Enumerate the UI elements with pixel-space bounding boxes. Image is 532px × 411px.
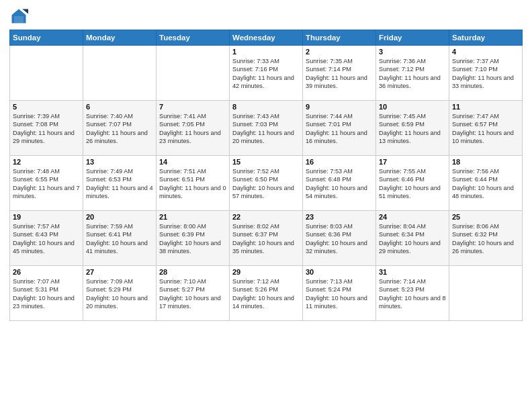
- day-number: 12: [13, 158, 80, 166]
- day-number: 21: [159, 213, 226, 221]
- calendar-cell: 2Sunrise: 7:35 AM Sunset: 7:14 PM Daylig…: [303, 46, 376, 101]
- day-number: 10: [379, 103, 446, 111]
- calendar-table: SundayMondayTuesdayWednesdayThursdayFrid…: [9, 30, 523, 321]
- day-info: Sunrise: 7:09 AM Sunset: 5:29 PM Dayligh…: [86, 277, 153, 311]
- calendar-cell: 30Sunrise: 7:13 AM Sunset: 5:24 PM Dayli…: [303, 266, 376, 321]
- page-container: SundayMondayTuesdayWednesdayThursdayFrid…: [0, 0, 532, 411]
- day-info: Sunrise: 7:10 AM Sunset: 5:27 PM Dayligh…: [159, 277, 226, 311]
- calendar-cell: 5Sunrise: 7:39 AM Sunset: 7:08 PM Daylig…: [10, 101, 83, 156]
- day-info: Sunrise: 7:33 AM Sunset: 7:16 PM Dayligh…: [232, 57, 300, 91]
- calendar-cell: [83, 46, 157, 101]
- day-number: 5: [13, 103, 80, 111]
- day-info: Sunrise: 7:43 AM Sunset: 7:03 PM Dayligh…: [232, 112, 300, 146]
- day-info: Sunrise: 7:37 AM Sunset: 7:10 PM Dayligh…: [452, 57, 519, 91]
- day-number: 17: [379, 158, 446, 166]
- calendar-week-3: 12Sunrise: 7:48 AM Sunset: 6:55 PM Dayli…: [10, 156, 523, 211]
- day-number: 11: [452, 103, 519, 111]
- calendar-cell: 9Sunrise: 7:44 AM Sunset: 7:01 PM Daylig…: [303, 101, 376, 156]
- day-number: 19: [13, 213, 80, 221]
- calendar-week-5: 26Sunrise: 7:07 AM Sunset: 5:31 PM Dayli…: [10, 266, 523, 321]
- day-number: 8: [232, 103, 300, 111]
- weekday-header-wednesday: Wednesday: [230, 30, 303, 46]
- day-number: 30: [306, 268, 373, 276]
- header: [9, 7, 523, 26]
- day-info: Sunrise: 7:40 AM Sunset: 7:07 PM Dayligh…: [86, 112, 153, 146]
- calendar-cell: 6Sunrise: 7:40 AM Sunset: 7:07 PM Daylig…: [83, 101, 157, 156]
- day-number: 1: [232, 48, 300, 56]
- weekday-header-row: SundayMondayTuesdayWednesdayThursdayFrid…: [10, 30, 523, 46]
- calendar-cell: 19Sunrise: 7:57 AM Sunset: 6:43 PM Dayli…: [10, 211, 83, 266]
- calendar-cell: 13Sunrise: 7:49 AM Sunset: 6:53 PM Dayli…: [83, 156, 157, 211]
- day-number: 4: [452, 48, 519, 56]
- day-number: 13: [86, 158, 153, 166]
- calendar-cell: [157, 46, 230, 101]
- day-number: 25: [452, 213, 519, 221]
- weekday-header-saturday: Saturday: [449, 30, 523, 46]
- calendar-cell: 29Sunrise: 7:12 AM Sunset: 5:26 PM Dayli…: [230, 266, 303, 321]
- day-number: 14: [159, 158, 226, 166]
- day-info: Sunrise: 7:13 AM Sunset: 5:24 PM Dayligh…: [306, 277, 373, 311]
- day-info: Sunrise: 8:04 AM Sunset: 6:34 PM Dayligh…: [379, 222, 446, 256]
- day-info: Sunrise: 7:41 AM Sunset: 7:05 PM Dayligh…: [159, 112, 226, 146]
- day-info: Sunrise: 8:00 AM Sunset: 6:39 PM Dayligh…: [159, 222, 226, 256]
- day-info: Sunrise: 7:45 AM Sunset: 6:59 PM Dayligh…: [379, 112, 446, 146]
- weekday-header-thursday: Thursday: [303, 30, 376, 46]
- calendar-cell: 26Sunrise: 7:07 AM Sunset: 5:31 PM Dayli…: [10, 266, 83, 321]
- day-number: 7: [159, 103, 226, 111]
- calendar-cell: 20Sunrise: 7:59 AM Sunset: 6:41 PM Dayli…: [83, 211, 157, 266]
- calendar-cell: 4Sunrise: 7:37 AM Sunset: 7:10 PM Daylig…: [449, 46, 523, 101]
- day-info: Sunrise: 7:52 AM Sunset: 6:50 PM Dayligh…: [232, 167, 300, 201]
- calendar-cell: 21Sunrise: 8:00 AM Sunset: 6:39 PM Dayli…: [157, 211, 230, 266]
- calendar-week-1: 1Sunrise: 7:33 AM Sunset: 7:16 PM Daylig…: [10, 46, 523, 101]
- weekday-header-monday: Monday: [83, 30, 157, 46]
- weekday-header-friday: Friday: [376, 30, 449, 46]
- calendar-cell: 25Sunrise: 8:06 AM Sunset: 6:32 PM Dayli…: [449, 211, 523, 266]
- day-info: Sunrise: 7:57 AM Sunset: 6:43 PM Dayligh…: [13, 222, 80, 256]
- calendar-cell: 17Sunrise: 7:55 AM Sunset: 6:46 PM Dayli…: [376, 156, 449, 211]
- day-number: 27: [86, 268, 153, 276]
- day-info: Sunrise: 7:48 AM Sunset: 6:55 PM Dayligh…: [13, 167, 80, 201]
- calendar-cell: [10, 46, 83, 101]
- day-info: Sunrise: 7:36 AM Sunset: 7:12 PM Dayligh…: [379, 57, 446, 91]
- day-number: 9: [306, 103, 373, 111]
- calendar-cell: 7Sunrise: 7:41 AM Sunset: 7:05 PM Daylig…: [157, 101, 230, 156]
- svg-rect-2: [14, 16, 24, 24]
- calendar-cell: 12Sunrise: 7:48 AM Sunset: 6:55 PM Dayli…: [10, 156, 83, 211]
- day-info: Sunrise: 7:12 AM Sunset: 5:26 PM Dayligh…: [232, 277, 300, 311]
- day-info: Sunrise: 7:59 AM Sunset: 6:41 PM Dayligh…: [86, 222, 153, 256]
- day-info: Sunrise: 7:55 AM Sunset: 6:46 PM Dayligh…: [379, 167, 446, 201]
- calendar-cell: 23Sunrise: 8:03 AM Sunset: 6:36 PM Dayli…: [303, 211, 376, 266]
- day-number: 31: [379, 268, 446, 276]
- day-info: Sunrise: 7:47 AM Sunset: 6:57 PM Dayligh…: [452, 112, 519, 146]
- day-number: 23: [306, 213, 373, 221]
- day-info: Sunrise: 7:49 AM Sunset: 6:53 PM Dayligh…: [86, 167, 153, 201]
- day-info: Sunrise: 7:56 AM Sunset: 6:44 PM Dayligh…: [452, 167, 519, 201]
- calendar-cell: 10Sunrise: 7:45 AM Sunset: 6:59 PM Dayli…: [376, 101, 449, 156]
- day-info: Sunrise: 8:06 AM Sunset: 6:32 PM Dayligh…: [452, 222, 519, 256]
- calendar-cell: 16Sunrise: 7:53 AM Sunset: 6:48 PM Dayli…: [303, 156, 376, 211]
- calendar-week-2: 5Sunrise: 7:39 AM Sunset: 7:08 PM Daylig…: [10, 101, 523, 156]
- day-info: Sunrise: 7:07 AM Sunset: 5:31 PM Dayligh…: [13, 277, 80, 311]
- calendar-cell: 15Sunrise: 7:52 AM Sunset: 6:50 PM Dayli…: [230, 156, 303, 211]
- weekday-header-sunday: Sunday: [10, 30, 83, 46]
- day-info: Sunrise: 7:53 AM Sunset: 6:48 PM Dayligh…: [306, 167, 373, 201]
- day-number: 20: [86, 213, 153, 221]
- calendar-cell: 28Sunrise: 7:10 AM Sunset: 5:27 PM Dayli…: [157, 266, 230, 321]
- day-number: 26: [13, 268, 80, 276]
- logo: [9, 7, 31, 26]
- logo-icon: [9, 7, 28, 26]
- day-number: 15: [232, 158, 300, 166]
- calendar-cell: 1Sunrise: 7:33 AM Sunset: 7:16 PM Daylig…: [230, 46, 303, 101]
- calendar-cell: 8Sunrise: 7:43 AM Sunset: 7:03 PM Daylig…: [230, 101, 303, 156]
- day-info: Sunrise: 7:14 AM Sunset: 5:23 PM Dayligh…: [379, 277, 446, 311]
- calendar-cell: 24Sunrise: 8:04 AM Sunset: 6:34 PM Dayli…: [376, 211, 449, 266]
- calendar-cell: 27Sunrise: 7:09 AM Sunset: 5:29 PM Dayli…: [83, 266, 157, 321]
- day-info: Sunrise: 7:51 AM Sunset: 6:51 PM Dayligh…: [159, 167, 226, 201]
- calendar-cell: 3Sunrise: 7:36 AM Sunset: 7:12 PM Daylig…: [376, 46, 449, 101]
- day-number: 29: [232, 268, 300, 276]
- weekday-header-tuesday: Tuesday: [157, 30, 230, 46]
- day-number: 18: [452, 158, 519, 166]
- day-info: Sunrise: 8:02 AM Sunset: 6:37 PM Dayligh…: [232, 222, 300, 256]
- day-number: 24: [379, 213, 446, 221]
- day-number: 3: [379, 48, 446, 56]
